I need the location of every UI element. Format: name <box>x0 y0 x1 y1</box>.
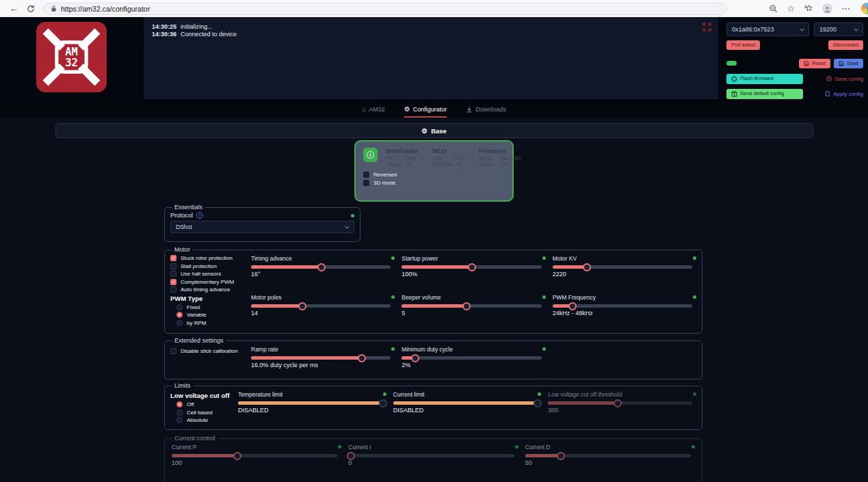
slider-track[interactable] <box>553 265 692 269</box>
checkbox-3d-mode[interactable]: 3D mode <box>363 180 505 186</box>
radio-circle[interactable] <box>176 304 183 310</box>
status-dot <box>351 214 354 217</box>
checkbox-auto-timing-advance[interactable]: Auto timing advance <box>170 286 251 293</box>
slider-handle[interactable] <box>553 304 573 308</box>
checkbox-box[interactable] <box>170 263 176 269</box>
flash-firmware-button[interactable]: Flash firmware <box>726 74 803 84</box>
slider-handle[interactable] <box>251 265 321 269</box>
slider-track[interactable] <box>553 304 692 308</box>
radio-pwm-fixed[interactable]: Fixed <box>176 304 251 310</box>
radio-pwm-by-rpm[interactable]: by RPM <box>176 320 251 326</box>
baud-rate-select[interactable]: 19200 <box>814 23 863 36</box>
checkbox-reversed[interactable]: Reversed <box>363 172 505 178</box>
slider-track[interactable] <box>251 356 391 360</box>
lock-icon[interactable] <box>51 5 57 12</box>
slider-motor-kv: Motor KV 2220 <box>553 254 696 289</box>
checkbox-box[interactable] <box>170 255 176 261</box>
svg-text:32: 32 <box>65 57 78 69</box>
checkbox-stuck-rotor-protection[interactable]: Stuck rotor protection <box>170 255 251 261</box>
slider-handle[interactable] <box>548 401 617 405</box>
browser-logo-icon[interactable] <box>861 3 868 14</box>
radio-lvc-absolute[interactable]: Absolute <box>176 417 238 423</box>
slider-handle[interactable] <box>402 265 471 269</box>
current-control-section: Current control Current P 100 Current I … <box>164 435 702 482</box>
checkbox-use-hall-sensors[interactable]: Use hall sensors <box>170 271 251 277</box>
radio-lvc-cell-based[interactable]: Cell based <box>176 410 238 416</box>
slider-track[interactable] <box>348 454 514 457</box>
port-device-select[interactable]: 0x1a86:0x7523 <box>726 23 809 36</box>
slider-handle[interactable] <box>525 454 560 457</box>
checkbox-box[interactable] <box>170 286 176 293</box>
radio-circle[interactable] <box>176 401 183 407</box>
checkbox-box[interactable] <box>363 172 369 178</box>
protocol-select[interactable]: DShot <box>170 221 354 233</box>
favorite-star-icon[interactable]: ☆ <box>787 4 795 13</box>
radio-circle[interactable] <box>176 320 183 326</box>
radio-pwm-variable[interactable]: Variable <box>176 312 251 318</box>
slider-handle[interactable] <box>393 401 538 405</box>
radio-circle[interactable] <box>176 417 183 423</box>
send-default-config-button[interactable]: Send default config <box>726 89 803 99</box>
slider-track[interactable] <box>402 304 541 308</box>
port-device-value: 0x1a86:0x7523 <box>732 26 774 33</box>
save-config-button[interactable]: Save config <box>826 76 863 82</box>
radio-lvc-off[interactable]: Off <box>176 401 238 407</box>
slider-track[interactable] <box>525 454 691 457</box>
disconnect-button[interactable]: Disconnect <box>828 40 863 50</box>
expand-log-icon[interactable] <box>702 23 711 31</box>
checkbox-disable-stick-calibration[interactable]: Disable stick calibration <box>170 348 251 354</box>
app-header: AM 32 14:30:25initializing... 14:30:36Co… <box>0 17 868 99</box>
help-icon[interactable]: ? <box>196 212 203 219</box>
zoom-out-icon[interactable] <box>769 4 778 13</box>
url-bar[interactable]: https://am32.ca/configurator <box>43 3 727 15</box>
slider-track[interactable] <box>402 265 541 269</box>
slider-track[interactable] <box>251 265 391 269</box>
slider-handle[interactable] <box>402 304 466 308</box>
status-dot <box>391 256 395 260</box>
url-text[interactable]: https://am32.ca/configurator <box>61 5 150 13</box>
status-dot <box>542 256 546 260</box>
apply-config-button[interactable]: Apply config <box>825 91 863 97</box>
slider-ramp-rate: Ramp rate 16.0% duty cycle per ms <box>251 345 395 369</box>
checkbox-box[interactable] <box>170 348 176 354</box>
slider-handle[interactable] <box>402 356 414 360</box>
slider-handle[interactable] <box>348 454 350 457</box>
log-time: 14:30:36 <box>152 31 176 38</box>
reload-icon[interactable] <box>27 5 35 13</box>
slider-handle[interactable] <box>251 304 302 308</box>
slider-track[interactable] <box>548 401 692 405</box>
checkbox-complementary-pwm[interactable]: Complementary PWM <box>170 279 251 285</box>
radio-circle[interactable] <box>176 312 183 318</box>
slider-track[interactable] <box>393 401 538 405</box>
base-section-header[interactable]: ⚙ Base <box>55 123 813 138</box>
slider-startup-power: Startup power 100% <box>402 254 545 289</box>
checkbox-box[interactable] <box>363 180 369 186</box>
tab-configurator[interactable]: ⚙ Configurator <box>404 106 447 118</box>
reset-button[interactable]: Reset <box>799 59 830 68</box>
mcu-info: MCU Type:L431 EEPROM:v3 <box>432 148 471 168</box>
slider-track[interactable] <box>238 401 382 405</box>
slider-handle[interactable] <box>553 265 586 269</box>
tab-am32[interactable]: ⌂ AM32 <box>362 106 385 118</box>
status-dot <box>391 295 395 299</box>
checkbox-stall-protection[interactable]: Stall protection <box>170 263 251 269</box>
profile-avatar[interactable] <box>822 3 832 14</box>
slider-handle[interactable] <box>238 401 382 405</box>
connection-toggle[interactable] <box>726 61 737 66</box>
browser-menu-icon[interactable]: ⋯ <box>841 4 850 13</box>
checkbox-box[interactable] <box>170 279 176 285</box>
slider-handle[interactable] <box>251 356 361 360</box>
slider-handle[interactable] <box>172 454 237 457</box>
slider-track[interactable] <box>251 304 391 308</box>
slider-track[interactable] <box>402 356 541 360</box>
checkbox-box[interactable] <box>170 271 176 277</box>
save-button[interactable]: Save <box>834 59 863 68</box>
slider-temperature-limit: Temperature limit DISABLED <box>238 390 386 425</box>
radio-circle[interactable] <box>176 410 183 416</box>
log-message: Connected to device <box>181 31 237 38</box>
back-icon[interactable]: ← <box>10 4 18 13</box>
port-select-button[interactable]: Port select <box>726 40 760 50</box>
collections-icon[interactable] <box>804 4 813 13</box>
slider-track[interactable] <box>172 454 337 457</box>
tab-downloads[interactable]: Downloads <box>466 106 506 118</box>
